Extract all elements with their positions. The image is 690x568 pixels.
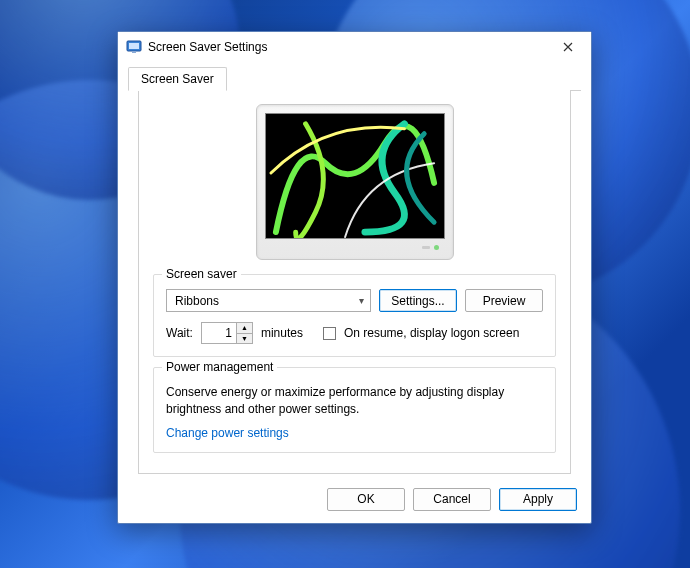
settings-button[interactable]: Settings... (379, 289, 457, 312)
screensaver-selected-value: Ribbons (175, 294, 219, 308)
wait-unit-label: minutes (261, 326, 303, 340)
titlebar[interactable]: Screen Saver Settings (118, 32, 591, 62)
dialog-button-row: OK Cancel Apply (118, 480, 591, 523)
ok-button[interactable]: OK (327, 488, 405, 511)
preview-area (153, 104, 556, 260)
close-button[interactable] (545, 32, 591, 62)
screensaver-group: Screen saver Ribbons ▾ Settings... Previ… (153, 274, 556, 357)
close-icon (563, 42, 573, 52)
window-title: Screen Saver Settings (148, 40, 545, 54)
wait-spin-down[interactable]: ▼ (237, 334, 252, 344)
apply-button[interactable]: Apply (499, 488, 577, 511)
monitor-led-icon (434, 245, 439, 250)
wait-label: Wait: (166, 326, 193, 340)
screensaver-settings-dialog: Screen Saver Settings Screen Saver (117, 31, 592, 524)
screensaver-preview-screen (265, 113, 445, 239)
preview-button[interactable]: Preview (465, 289, 543, 312)
monitor-frame (256, 104, 454, 260)
svg-rect-2 (132, 51, 136, 53)
ribbons-preview-icon (266, 114, 444, 238)
tab-strip: Screen Saver (118, 62, 591, 480)
screensaver-group-label: Screen saver (162, 267, 241, 281)
wait-spinner[interactable]: ▲ ▼ (201, 322, 253, 344)
change-power-settings-link[interactable]: Change power settings (166, 426, 289, 440)
tab-content: Screen saver Ribbons ▾ Settings... Previ… (138, 90, 571, 474)
resume-label: On resume, display logon screen (344, 326, 519, 340)
tab-screen-saver[interactable]: Screen Saver (128, 67, 227, 91)
chevron-down-icon: ▾ (359, 295, 364, 306)
resume-checkbox[interactable] (323, 327, 336, 340)
wait-spin-up[interactable]: ▲ (237, 323, 252, 334)
power-group-label: Power management (162, 360, 277, 374)
cancel-button[interactable]: Cancel (413, 488, 491, 511)
power-management-group: Power management Conserve energy or maxi… (153, 367, 556, 453)
power-description: Conserve energy or maximize performance … (166, 384, 543, 418)
monitor-button-icon (422, 246, 430, 249)
app-icon (126, 39, 142, 55)
screensaver-select[interactable]: Ribbons ▾ (166, 289, 371, 312)
wait-input[interactable] (202, 323, 236, 343)
svg-rect-1 (129, 43, 139, 49)
